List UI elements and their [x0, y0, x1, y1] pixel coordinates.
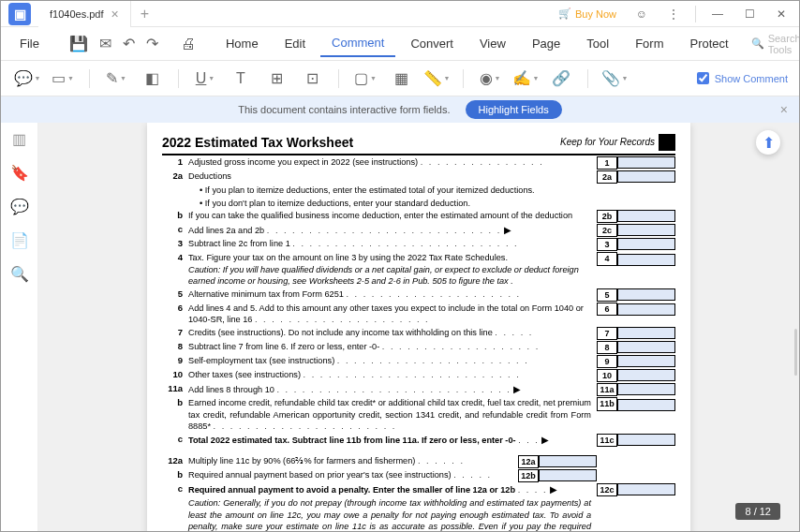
form-info-bar: This document contains interactive form …	[1, 96, 799, 123]
field-10[interactable]	[617, 369, 675, 381]
link-tool[interactable]: 🔗	[546, 66, 576, 91]
show-comment-checkbox[interactable]	[697, 72, 709, 84]
field-2c[interactable]	[617, 224, 675, 236]
signature-tool[interactable]: ✍▼	[511, 66, 541, 91]
worksheet-title: 2022 Estimated Tax Worksheet	[162, 134, 353, 152]
field-11b[interactable]	[617, 399, 675, 411]
menu-edit[interactable]: Edit	[274, 31, 317, 56]
pencil-icon	[659, 134, 675, 151]
search-panel-icon[interactable]: 🔍	[11, 265, 28, 282]
undo-icon[interactable]: ↶	[123, 35, 135, 53]
page-indicator-badge: 8 / 12	[735, 503, 780, 520]
bookmarks-icon[interactable]: 🔖	[11, 164, 28, 181]
field-1[interactable]	[617, 156, 675, 169]
field-9[interactable]	[617, 355, 675, 367]
field-6[interactable]	[617, 303, 675, 316]
textbox-tool[interactable]: ⊞	[261, 66, 291, 91]
field-12a[interactable]	[539, 455, 597, 467]
shape-tool[interactable]: ▢▼	[350, 66, 380, 91]
info-message: This document contains interactive form …	[238, 104, 450, 115]
eraser-tool[interactable]: ◧	[137, 66, 167, 91]
mail-icon[interactable]: ✉	[99, 35, 111, 53]
document-viewport[interactable]: ⬆ 8 / 12 Keep for Your Records 2022 Esti…	[38, 123, 799, 532]
scrollbar-thumb[interactable]	[794, 329, 797, 376]
cart-icon: 🛒	[558, 7, 571, 20]
field-11a[interactable]	[617, 383, 675, 395]
menu-comment[interactable]: Comment	[320, 30, 395, 57]
more-icon[interactable]: ⋮	[659, 1, 688, 27]
save-icon[interactable]: 💾	[69, 35, 88, 53]
menu-home[interactable]: Home	[215, 31, 270, 56]
comments-icon[interactable]: 💬	[11, 198, 28, 214]
separator	[89, 69, 90, 88]
show-comment-toggle[interactable]: Show Comment	[697, 72, 788, 84]
left-sidebar: ▥ 🔖 💬 📄 🔍	[1, 123, 38, 532]
field-12c[interactable]	[617, 483, 675, 495]
tab-filename: f1040es.pdf	[50, 8, 104, 20]
print-icon[interactable]: 🖨	[181, 35, 196, 53]
close-tab-icon[interactable]: ×	[111, 7, 119, 22]
separator	[338, 69, 339, 88]
thumbnails-icon[interactable]: ▥	[11, 130, 28, 147]
note-tool[interactable]: 💬▼	[12, 66, 42, 91]
maximize-button[interactable]: ☐	[735, 1, 763, 27]
field-4[interactable]	[617, 254, 675, 266]
field-8[interactable]	[617, 341, 675, 353]
menu-tool[interactable]: Tool	[575, 31, 620, 56]
minimize-button[interactable]: —	[704, 1, 732, 27]
menu-protect[interactable]: Protect	[678, 31, 739, 56]
highlight-fields-button[interactable]: Highlight Fields	[466, 100, 562, 119]
close-window-button[interactable]: ✕	[767, 1, 795, 27]
buy-now-link[interactable]: 🛒 Buy Now	[551, 7, 624, 20]
menu-form[interactable]: Form	[624, 31, 674, 56]
attachments-icon[interactable]: 📄	[11, 231, 28, 248]
upload-button[interactable]: ⬆	[756, 130, 780, 155]
add-tab-button[interactable]: +	[131, 6, 158, 22]
underline-tool[interactable]: U▼	[190, 66, 220, 91]
callout-tool[interactable]: ⊡	[297, 66, 327, 91]
user-icon[interactable]: ☺	[628, 1, 656, 27]
close-infobar-icon[interactable]: ×	[780, 102, 788, 117]
menu-convert[interactable]: Convert	[399, 31, 465, 56]
measure-tool[interactable]: 📏▼	[422, 66, 452, 91]
field-2a[interactable]	[617, 170, 675, 183]
field-5[interactable]	[617, 288, 675, 301]
separator	[587, 69, 588, 88]
document-tab[interactable]: f1040es.pdf ×	[38, 1, 131, 27]
stamp-tool[interactable]: ◉▼	[475, 66, 505, 91]
menu-view[interactable]: View	[468, 31, 517, 56]
menu-page[interactable]: Page	[521, 31, 571, 56]
separator	[695, 6, 696, 22]
pdf-page: Keep for Your Records 2022 Estimated Tax…	[147, 123, 690, 532]
area-tool[interactable]: ▦	[386, 66, 416, 91]
field-7[interactable]	[617, 327, 675, 339]
app-logo-icon: ▣	[8, 3, 31, 25]
field-3[interactable]	[617, 238, 675, 250]
redo-icon[interactable]: ↷	[146, 35, 158, 53]
search-tools-input[interactable]: 🔍 Search Tools	[744, 33, 800, 55]
field-11c[interactable]	[617, 434, 675, 446]
field-12b[interactable]	[539, 469, 597, 481]
field-2b[interactable]	[617, 210, 675, 222]
text-tool[interactable]: T	[226, 66, 256, 91]
pencil-tool[interactable]: ✎▼	[101, 66, 131, 91]
separator	[463, 69, 464, 88]
menu-file[interactable]: File	[8, 31, 51, 56]
separator	[178, 69, 179, 88]
highlight-tool[interactable]: ▭▼	[48, 66, 78, 91]
attach-tool[interactable]: 📎▼	[600, 66, 630, 91]
search-icon: 🔍	[751, 37, 764, 50]
